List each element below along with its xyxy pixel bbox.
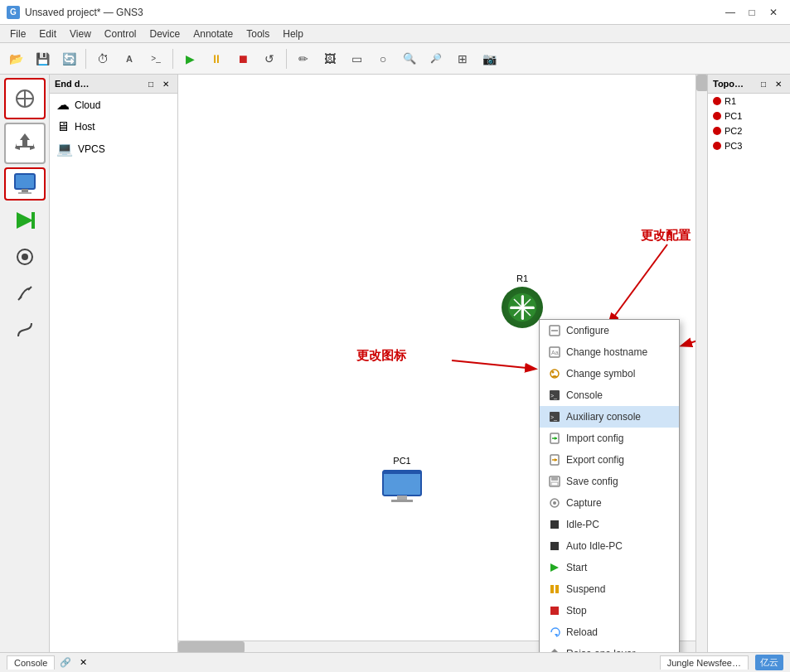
edit-button[interactable]: ✏ [291, 46, 316, 71]
timer-button[interactable]: ⏱ [90, 46, 115, 71]
device-vpcs[interactable]: 💻 VPCS [50, 138, 177, 160]
pc-tool[interactable] [4, 167, 46, 201]
rect-button[interactable]: ▭ [344, 46, 369, 71]
window-title: Unsaved project* — GNS3 [25, 7, 143, 18]
panel-close-button[interactable]: ✕ [159, 77, 172, 90]
topo-node-pc2[interactable]: PC2 [708, 123, 790, 138]
ctx-stop[interactable]: Stop [540, 600, 679, 621]
svg-marker-39 [555, 458, 557, 462]
topo-node-pc3[interactable]: PC3 [708, 138, 790, 153]
h-scrollbar-thumb[interactable] [178, 641, 245, 652]
svg-rect-17 [383, 471, 421, 474]
close-button[interactable]: ✕ [763, 4, 783, 21]
ctx-reload[interactable]: Reload [540, 621, 679, 643]
menu-control[interactable]: Control [98, 27, 143, 41]
svg-rect-19 [391, 500, 413, 502]
open-folder-button[interactable]: 📂 [3, 46, 28, 71]
ctx-configure[interactable]: Configure [540, 320, 679, 341]
svg-marker-3 [15, 133, 35, 150]
yiyun-tab[interactable]: 亿云 [755, 655, 783, 670]
stop-icon [548, 604, 561, 617]
window-controls: — □ ✕ [720, 4, 783, 21]
ctx-suspend[interactable]: Suspend [540, 578, 679, 600]
node-r1[interactable]: R1 [502, 273, 543, 328]
ellipse-button[interactable]: ○ [371, 46, 395, 71]
maximize-button[interactable]: □ [742, 4, 762, 21]
annotation-change-config: 更改配置 [641, 228, 691, 244]
screenshot-button[interactable]: 📷 [477, 46, 502, 71]
console-close-button[interactable]: ✕ [76, 657, 90, 668]
topo-node-pc1[interactable]: PC1 [708, 109, 790, 123]
import-icon [548, 432, 561, 445]
menu-annotate[interactable]: Annotate [187, 27, 240, 41]
svg-rect-18 [397, 496, 407, 500]
fit-button[interactable]: ⊞ [450, 46, 475, 71]
network-tool[interactable] [4, 240, 46, 273]
jungle-tab[interactable]: Jungle Newsfee… [660, 655, 749, 670]
image-button[interactable]: 🖼 [317, 46, 342, 71]
menu-tools[interactable]: Tools [240, 27, 276, 41]
topo-undock-button[interactable]: □ [757, 77, 770, 90]
cloud-label: Cloud [75, 99, 100, 111]
select-tool[interactable] [4, 78, 46, 119]
next-tool[interactable] [4, 204, 46, 237]
ctx-save-config[interactable]: Save config [540, 471, 679, 492]
stop-all-button[interactable]: ⏹ [230, 46, 255, 71]
topo-node-r1[interactable]: R1 [708, 94, 790, 109]
vertical-scrollbar[interactable] [695, 75, 707, 652]
console-tab[interactable]: Console [7, 655, 55, 670]
link-tool[interactable] [4, 277, 46, 310]
terminal-button[interactable]: >_ [143, 46, 168, 71]
bottom-bar: Console 🔗 ✕ Jungle Newsfee… 亿云 [0, 652, 790, 672]
canvas[interactable]: R1 PC1 [178, 75, 707, 652]
ctx-change-hostname[interactable]: Aa Change hostname [540, 341, 679, 363]
scrollbar-thumb[interactable] [696, 75, 707, 91]
ctx-auto-idle-pc[interactable]: Auto Idle-PC [540, 535, 679, 557]
menu-device[interactable]: Device [143, 27, 187, 41]
menu-edit[interactable]: Edit [32, 27, 63, 41]
svg-point-44 [553, 501, 556, 505]
ctx-start[interactable]: Start [540, 557, 679, 578]
ctx-capture-label: Capture [566, 497, 602, 509]
menu-help[interactable]: Help [276, 27, 310, 41]
right-panel: Topo… □ ✕ R1 PC1 PC2 PC3 [707, 75, 790, 652]
menu-view[interactable]: View [63, 27, 98, 41]
svg-point-10 [22, 254, 28, 260]
minimize-button[interactable]: — [720, 4, 740, 21]
zoom-in-button[interactable]: 🔍 [397, 46, 422, 71]
svg-marker-54 [551, 649, 558, 652]
node-pc1[interactable]: PC1 [381, 456, 423, 504]
ctx-auxiliary-console[interactable]: >_ Auxiliary console [540, 406, 679, 428]
ctx-idle-pc[interactable]: Idle-PC [540, 514, 679, 535]
start-icon [548, 561, 561, 574]
ctx-export-config[interactable]: Export config [540, 449, 679, 471]
ctx-export-config-label: Export config [566, 454, 624, 466]
topo-panel-title: Topo… [713, 79, 744, 89]
zoom-out-button[interactable]: 🔎 [424, 46, 448, 71]
svg-text:Aa: Aa [551, 350, 559, 355]
route-tool[interactable] [4, 313, 46, 346]
main-area: End d… □ ✕ ☁ Cloud 🖥 Host 💻 VPCS [0, 75, 790, 652]
move-tool[interactable] [4, 123, 46, 164]
menu-file[interactable]: File [3, 27, 32, 41]
device-cloud[interactable]: ☁ Cloud [50, 94, 177, 116]
svg-rect-45 [550, 520, 559, 529]
start-all-button[interactable]: ▶ [177, 46, 202, 71]
suspend-all-button[interactable]: ⏸ [204, 46, 229, 71]
snapshot-button[interactable]: 🔄 [56, 46, 81, 71]
r1-status-dot [713, 97, 721, 105]
ctx-raise-layer[interactable]: Raise one layer [540, 643, 679, 652]
device-host[interactable]: 🖥 Host [50, 116, 177, 138]
ctx-import-config[interactable]: Import config [540, 428, 679, 449]
template-button[interactable]: A [117, 46, 142, 71]
console-undock-button[interactable]: 🔗 [56, 657, 75, 668]
panel-undock-button[interactable]: □ [144, 77, 158, 90]
raise-icon [548, 647, 561, 652]
reload-all-button[interactable]: ↺ [257, 46, 282, 71]
topo-close-button[interactable]: ✕ [772, 77, 785, 90]
ctx-console[interactable]: >_ Console [540, 384, 679, 406]
ctx-import-config-label: Import config [566, 433, 623, 444]
ctx-capture[interactable]: Capture [540, 492, 679, 514]
save-button[interactable]: 💾 [30, 46, 55, 71]
ctx-change-symbol[interactable]: Change symbol [540, 363, 679, 384]
